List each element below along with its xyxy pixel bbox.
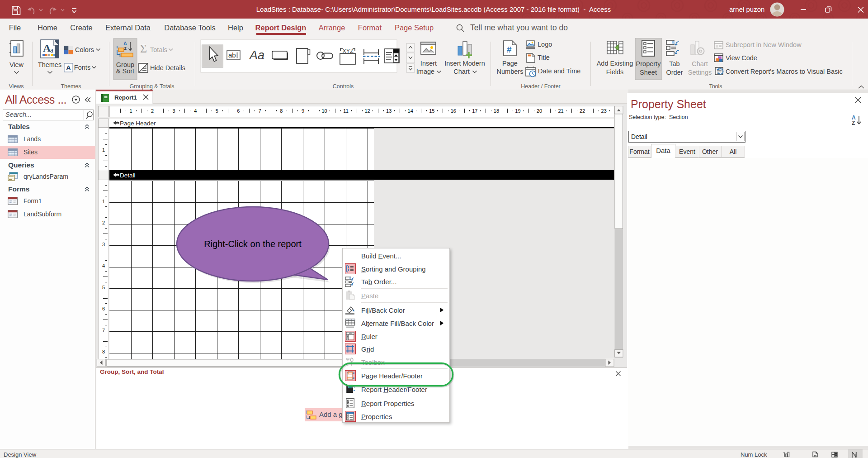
svg-text:15: 15 bbox=[429, 108, 434, 114]
svg-text:Right-Click on the report: Right-Click on the report bbox=[204, 239, 302, 249]
svg-text:z: z bbox=[124, 45, 127, 51]
svg-text:18: 18 bbox=[494, 108, 499, 114]
svg-text:8: 8 bbox=[280, 108, 283, 114]
svg-text:1: 1 bbox=[102, 199, 105, 204]
svg-text:a: a bbox=[50, 46, 53, 54]
svg-text:20: 20 bbox=[537, 108, 542, 114]
svg-text:5: 5 bbox=[102, 285, 105, 290]
svg-text:Aa: Aa bbox=[249, 48, 264, 62]
svg-text:Page Header: Page Header bbox=[120, 120, 156, 127]
svg-text:7: 7 bbox=[102, 328, 105, 333]
svg-text:11: 11 bbox=[343, 108, 348, 114]
svg-text:2: 2 bbox=[151, 108, 154, 114]
svg-text:1: 1 bbox=[102, 147, 105, 153]
svg-text:10: 10 bbox=[321, 108, 327, 114]
svg-text:12: 12 bbox=[364, 108, 370, 114]
svg-text:6: 6 bbox=[237, 108, 240, 114]
svg-text:22: 22 bbox=[580, 108, 585, 114]
svg-text:3: 3 bbox=[173, 108, 175, 114]
svg-text:Z: Z bbox=[852, 120, 855, 126]
svg-text:ab: ab bbox=[228, 51, 236, 59]
svg-text:7: 7 bbox=[259, 108, 261, 114]
svg-text:2: 2 bbox=[102, 220, 105, 225]
svg-text:23: 23 bbox=[601, 108, 607, 114]
svg-text:19: 19 bbox=[515, 108, 520, 114]
svg-text:14: 14 bbox=[408, 108, 413, 114]
svg-text:1: 1 bbox=[129, 108, 132, 114]
svg-text:#: # bbox=[507, 45, 512, 54]
svg-text:6: 6 bbox=[102, 306, 105, 311]
svg-text:Σ: Σ bbox=[140, 42, 147, 55]
svg-text:21: 21 bbox=[558, 108, 563, 114]
svg-text:3: 3 bbox=[102, 242, 105, 247]
svg-text:4: 4 bbox=[102, 263, 105, 268]
svg-text:9: 9 bbox=[302, 108, 304, 114]
svg-text:Detail: Detail bbox=[120, 172, 136, 179]
svg-text:13: 13 bbox=[386, 108, 392, 114]
svg-text:17: 17 bbox=[472, 108, 477, 114]
svg-text:5: 5 bbox=[216, 108, 218, 114]
svg-text:16: 16 bbox=[451, 108, 456, 114]
svg-text:A: A bbox=[66, 64, 71, 72]
svg-text:8: 8 bbox=[102, 349, 105, 354]
svg-text:Report1: Report1 bbox=[114, 94, 137, 101]
svg-text:4: 4 bbox=[194, 108, 197, 114]
